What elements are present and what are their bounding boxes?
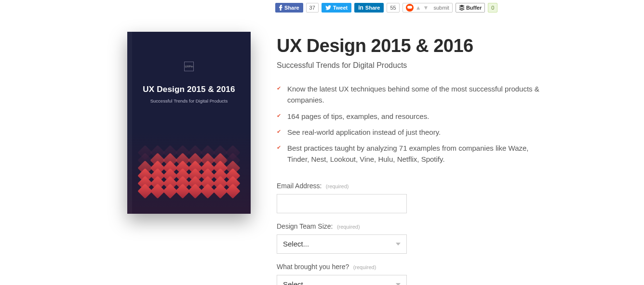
email-input[interactable] [277, 194, 407, 213]
team-size-field-group: Design Team Size: (required) Select... [277, 222, 547, 254]
downvote-icon: ▼ [423, 4, 429, 11]
facebook-label: Share [284, 5, 299, 11]
facebook-share-button[interactable]: Share [275, 3, 303, 13]
linkedin-share-button[interactable]: in Share [354, 3, 384, 13]
select-value: Select... [283, 240, 309, 248]
email-label: Email Address: [277, 182, 322, 190]
chevron-down-icon [396, 283, 401, 285]
page-subtitle: Successful Trends for Digital Products [277, 61, 547, 70]
required-hint: (required) [337, 224, 360, 230]
required-hint: (required) [326, 183, 349, 189]
content-column: UX Design 2015 & 2016 Successful Trends … [277, 32, 547, 285]
main-content: UXPin UX Design 2015 & 2016 Successful T… [0, 13, 644, 285]
book-cover-title: UX Design 2015 & 2016 [127, 85, 251, 94]
bullet-item: See real-world application instead of ju… [277, 127, 547, 138]
chevron-down-icon [396, 243, 401, 246]
select-value: Select... [283, 280, 309, 285]
buffer-button[interactable]: Buffer [456, 3, 485, 13]
reddit-submit-button[interactable]: ▲ ▼ submit [402, 3, 453, 13]
reason-field-group: What brought you here? (required) Select… [277, 262, 547, 285]
book-logo: UXPin [184, 62, 194, 71]
twitter-icon [325, 5, 331, 10]
page-title: UX Design 2015 & 2016 [277, 36, 547, 56]
facebook-icon [279, 5, 282, 11]
share-bar: Share 37 Tweet in Share 55 ▲ ▼ submit Bu… [0, 0, 644, 13]
buffer-count: 0 [488, 3, 497, 13]
bullet-list: Know the latest UX techniques behind som… [277, 83, 547, 165]
bullet-item: Know the latest UX techniques behind som… [277, 83, 547, 106]
twitter-tweet-button[interactable]: Tweet [322, 3, 351, 13]
linkedin-icon: in [358, 4, 363, 11]
book-cover-subtitle: Successful Trends for Digital Products [127, 98, 251, 104]
reason-select[interactable]: Select... [277, 275, 407, 285]
book-pattern [127, 137, 251, 214]
team-size-select[interactable]: Select... [277, 234, 407, 254]
buffer-label: Buffer [466, 5, 482, 11]
upvote-icon: ▲ [416, 4, 421, 11]
reason-label: What brought you here? [277, 263, 349, 271]
twitter-label: Tweet [333, 5, 348, 11]
team-size-label: Design Team Size: [277, 222, 333, 230]
book-cover-column: UXPin UX Design 2015 & 2016 Successful T… [127, 32, 251, 285]
linkedin-label: Share [365, 5, 380, 11]
bullet-item: Best practices taught by analyzing 71 ex… [277, 142, 547, 165]
reddit-icon [406, 4, 414, 12]
reddit-label: submit [433, 5, 449, 11]
buffer-icon [459, 5, 465, 11]
facebook-count: 37 [306, 3, 319, 13]
bullet-item: 164 pages of tips, examples, and resourc… [277, 111, 547, 122]
book-cover: UXPin UX Design 2015 & 2016 Successful T… [127, 32, 251, 214]
linkedin-count: 55 [387, 3, 399, 13]
required-hint: (required) [353, 264, 376, 270]
email-field-group: Email Address: (required) [277, 181, 547, 213]
